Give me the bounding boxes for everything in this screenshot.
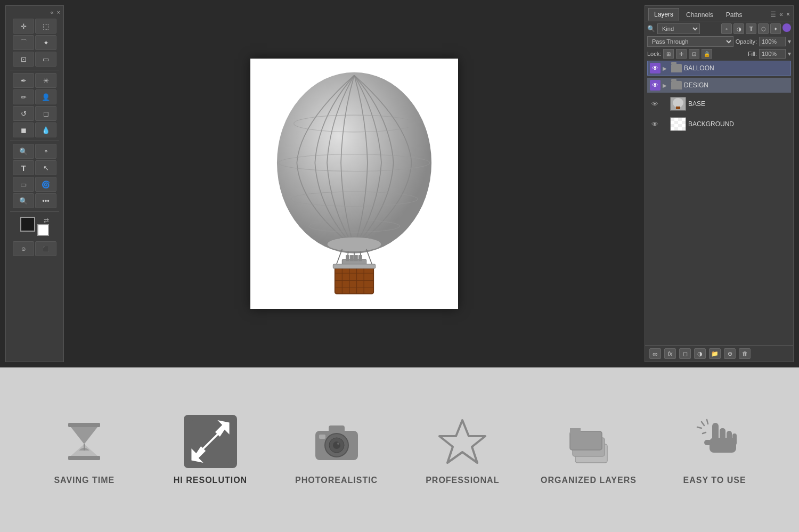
search-magnifier-icon: 🔍 xyxy=(647,25,655,32)
svg-line-65 xyxy=(703,432,706,433)
path-select-tool[interactable]: ↖ xyxy=(35,160,56,175)
link-layers-btn[interactable]: ∞ xyxy=(649,348,661,359)
tab-paths[interactable]: Paths xyxy=(720,9,748,21)
mask-btn[interactable]: ◻ xyxy=(679,348,691,359)
feature-organized-layers: ORGANIZED LAYERS xyxy=(541,415,637,485)
tool-row-history: ↺ ◻ xyxy=(8,106,61,121)
svg-rect-30 xyxy=(671,118,674,121)
opacity-chevron[interactable]: ▾ xyxy=(788,38,791,45)
eraser-tool[interactable]: ◻ xyxy=(35,106,56,121)
blend-opacity-row: Pass Through Opacity: ▾ xyxy=(647,36,791,47)
svg-point-49 xyxy=(333,441,340,449)
tab-channels[interactable]: Channels xyxy=(680,9,719,21)
text-tool[interactable]: T xyxy=(13,160,34,175)
canvas-document xyxy=(250,59,458,309)
dodge-tool[interactable]: 🔍 xyxy=(13,144,34,159)
left-toolbar: « × ✛ ⬚ ⌒ ✦ ⊡ ▭ ✒ ✳ ✏ 👤 ↺ ◻ ◼ 💧 xyxy=(5,5,64,362)
pen-tool[interactable]: 🌀 xyxy=(35,177,56,192)
gradient-tool[interactable]: ◼ xyxy=(13,122,34,137)
magic-wand-tool[interactable]: ✦ xyxy=(35,35,56,50)
svg-rect-15 xyxy=(354,255,358,261)
layer-item-base[interactable]: 👁 ▶ BASE xyxy=(647,95,791,113)
toolbar-close[interactable]: × xyxy=(57,9,60,15)
layer-item-design[interactable]: 👁 ▶ DESIGN xyxy=(647,78,791,93)
fill-chevron[interactable]: ▾ xyxy=(788,50,791,58)
lock-pixels-btn[interactable]: ⊞ xyxy=(663,49,674,59)
history-tool[interactable]: ↺ xyxy=(13,106,34,121)
more-tools[interactable]: ••• xyxy=(35,193,56,208)
healing-tool[interactable]: ✳ xyxy=(35,73,56,88)
lock-position-btn[interactable]: ✛ xyxy=(676,49,687,59)
panel-close[interactable]: × xyxy=(786,11,790,18)
svg-rect-33 xyxy=(682,121,686,124)
background-color[interactable] xyxy=(37,224,49,236)
expand-design-icon[interactable]: ▶ xyxy=(663,83,669,88)
layer-item-balloon[interactable]: 👁 ▶ BALLOON xyxy=(647,61,791,76)
marquee-tool[interactable]: ⬚ xyxy=(35,19,56,34)
new-layer-btn[interactable]: ⊕ xyxy=(724,348,736,359)
toolbar-collapse[interactable]: « xyxy=(50,9,53,15)
fill-label: Fill: xyxy=(748,51,757,57)
tab-layers[interactable]: Layers xyxy=(648,8,679,21)
panel-footer: ∞ fx ◻ ◑ 📁 ⊕ 🗑 xyxy=(645,345,793,362)
toolbar-divider-1 xyxy=(10,70,59,70)
color-picker: ⇄ xyxy=(20,217,49,236)
lock-all-btn[interactable]: 🔒 xyxy=(702,49,712,59)
feature-easy-to-use: EASY TO USE xyxy=(667,415,763,485)
feature-photorealistic: PHOTOREALISTIC xyxy=(289,415,385,485)
tool-row-zoom: 🔍 ••• xyxy=(8,193,61,208)
tool-row-crop: ⊡ ▭ xyxy=(8,52,61,67)
smudge-tool[interactable]: ⚬ xyxy=(35,144,56,159)
opacity-input[interactable] xyxy=(759,37,786,46)
panel-tabs: Layers Channels Paths ☰ « × xyxy=(645,6,793,21)
fill-input[interactable] xyxy=(759,49,786,59)
visibility-design-icon[interactable]: 👁 xyxy=(650,80,661,91)
perspective-tool[interactable]: ▭ xyxy=(35,52,56,67)
svg-rect-32 xyxy=(674,121,678,124)
layer-item-background[interactable]: 👁 ▶ BACKGROUN xyxy=(647,115,791,133)
tool-row-lasso: ⌒ ✦ xyxy=(8,35,61,50)
svg-rect-14 xyxy=(350,255,354,261)
stamp-tool[interactable]: 👤 xyxy=(35,89,56,104)
screen-mode[interactable]: ⬛ xyxy=(35,241,56,256)
hi-res-label: HI RESOLUTION xyxy=(174,476,247,485)
canvas-area xyxy=(64,0,645,367)
crop-tool[interactable]: ⊡ xyxy=(13,52,34,67)
bucket-tool[interactable]: 💧 xyxy=(35,122,56,137)
svg-rect-51 xyxy=(319,435,325,439)
panel-menu-icon[interactable]: ☰ xyxy=(770,11,776,18)
svg-rect-16 xyxy=(358,255,362,261)
mask-tool[interactable]: ⊙ xyxy=(13,241,34,256)
filter-pixel-icon[interactable]: ▫ xyxy=(721,23,732,34)
adjustment-btn[interactable]: ◑ xyxy=(694,348,706,359)
visibility-bg-icon[interactable]: 👁 xyxy=(650,119,659,129)
kind-select[interactable]: Kind xyxy=(657,23,700,34)
move-tool[interactable]: ✛ xyxy=(13,19,34,34)
color-swap-icon[interactable]: ⇄ xyxy=(44,217,49,224)
eyedropper-tool[interactable]: ✒ xyxy=(13,73,34,88)
balloon-svg xyxy=(264,69,445,299)
visibility-balloon-icon[interactable]: 👁 xyxy=(650,63,661,73)
svg-rect-25 xyxy=(333,264,375,268)
lasso-tool[interactable]: ⌒ xyxy=(13,35,34,50)
saving-time-icon-wrap xyxy=(58,415,111,468)
fx-btn[interactable]: fx xyxy=(664,348,676,359)
zoom-tool[interactable]: 🔍 xyxy=(13,193,34,208)
blend-mode-select[interactable]: Pass Through xyxy=(647,36,733,47)
filter-adjustment-icon[interactable]: ◑ xyxy=(733,23,744,34)
filter-text-icon[interactable]: T xyxy=(746,23,756,34)
filter-smart-icon[interactable]: ✦ xyxy=(770,23,781,34)
tool-row-shape: ▭ 🌀 xyxy=(8,177,61,192)
shape-tool[interactable]: ▭ xyxy=(13,177,34,192)
panel-collapse[interactable]: « xyxy=(779,11,783,18)
foreground-color[interactable] xyxy=(20,217,35,232)
delete-layer-btn[interactable]: 🗑 xyxy=(739,348,751,359)
panel-body: 🔍 Kind ▫ ◑ T ⬡ ✦ Pass Through Opac xyxy=(645,21,793,345)
filter-shape-icon[interactable]: ⬡ xyxy=(758,23,769,34)
brush-tool[interactable]: ✏ xyxy=(13,89,34,104)
group-btn[interactable]: 📁 xyxy=(709,348,721,359)
expand-balloon-icon[interactable]: ▶ xyxy=(663,66,669,71)
visibility-base-icon[interactable]: 👁 xyxy=(650,99,659,109)
lock-artboards-btn[interactable]: ⊡ xyxy=(689,49,699,59)
layer-spacer xyxy=(647,135,791,343)
